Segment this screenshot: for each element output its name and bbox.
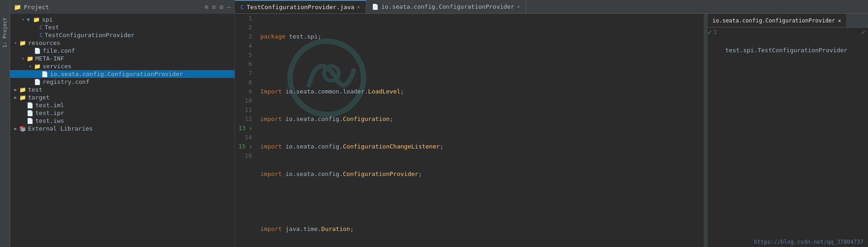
line-num-6: 6 <box>235 60 252 69</box>
folder-icon-metainf: 📁 <box>27 55 34 62</box>
java-icon-testconfigprov: C <box>39 32 43 38</box>
arrow-targetfolder: ▶ <box>12 95 19 100</box>
code-content[interactable]: 1 2 3 4 5 6 7 8 9 10 11 12 13 ⬆ 14 15 ⬆ … <box>235 14 704 247</box>
tree-item-configprovider[interactable]: 📄 io.seata.config.ConfigurationProvider <box>10 70 235 78</box>
editor-scrollbar[interactable] <box>704 14 707 247</box>
collapse-button[interactable]: ≡ <box>212 3 216 11</box>
label-targetfolder: target <box>28 94 50 101</box>
right-tab-configprovider[interactable]: io.seata.config.ConfigurationProvider ✕ <box>708 14 846 27</box>
tab-icon-file: 📄 <box>372 4 379 10</box>
tree-item-targetfolder[interactable]: ▶ 📁 target <box>10 93 235 101</box>
line-num-11: 11 <box>235 105 252 115</box>
line-num-8: 8 <box>235 78 252 87</box>
tree-item-registryconf[interactable]: 📄 registry.conf <box>10 78 235 86</box>
code-line-5: import io.seata.config.ConfigurationChan… <box>260 142 704 151</box>
tree-item-testipr[interactable]: 📄 test.ipr <box>10 109 235 117</box>
right-panel: io.seata.config.ConfigurationProvider ✕ … <box>707 14 868 247</box>
file-icon-fileconf: 📄 <box>34 48 41 54</box>
line-num-13: 13 ⬆ <box>235 124 252 133</box>
label-test: Test <box>45 24 59 31</box>
line-num-5: 5 <box>235 50 252 60</box>
editor-tab-bar: C TestConfigurationProvider.java ✕ 📄 io.… <box>235 0 868 14</box>
line-num-3: 3 <box>235 32 252 41</box>
tab-configprovider-interface[interactable]: 📄 io.seata.config.ConfigurationProvider … <box>366 0 526 13</box>
tree-item-fileconf[interactable]: 📄 file.conf <box>10 47 235 55</box>
label-services: services <box>43 63 72 70</box>
label-testiml: test.iml <box>35 102 64 109</box>
tree-item-test[interactable]: C Test <box>10 23 235 31</box>
sidebar-actions: ⊕ ≡ ⚙ – <box>204 3 231 11</box>
label-testfolder: test <box>28 86 42 93</box>
code-line-8: import java.time.Duration; <box>260 225 704 234</box>
tab-icon-java: C <box>241 4 244 11</box>
code-editor-main[interactable]: 1 2 3 4 5 6 7 8 9 10 11 12 13 ⬆ 14 15 ⬆ … <box>235 14 704 247</box>
tab-label-testconfig: TestConfigurationProvider.java <box>246 4 354 11</box>
arrow-services: ▾ <box>27 64 34 69</box>
minimize-button[interactable]: – <box>227 3 231 11</box>
label-testconfigprov: TestConfigurationProvider <box>45 32 134 38</box>
locate-button[interactable]: ⊕ <box>204 3 208 11</box>
watermark: https://blog.csdn.net/qq_37804737 <box>754 239 863 245</box>
folder-icon-targetfolder: 📁 <box>19 94 26 101</box>
line-num-1: 1 <box>235 14 252 23</box>
line-num-2: 2 <box>235 23 252 32</box>
line-num-4: 4 <box>235 41 252 50</box>
code-line-6: import io.seata.config.ConfigurationProv… <box>260 170 704 179</box>
tab-close-testconfig[interactable]: ✕ <box>357 4 360 10</box>
right-panel-content: ✓ 1 test.spi.TestConfigurationProvider ✓ <box>708 27 868 247</box>
line-num-10: 10 <box>235 96 252 105</box>
code-line-1: package test.spi; <box>260 32 704 41</box>
tree-item-extlibs[interactable]: ▶ 📚 External Libraries <box>10 125 235 132</box>
code-lines[interactable]: package test.spi; Import io.seata.common… <box>256 14 704 247</box>
vertical-tab-strip: 1: Project <box>0 0 10 247</box>
tree-item-metainf[interactable]: ▾ 📁 META-INF <box>10 55 235 62</box>
tree-item-testfolder[interactable]: ▶ 📁 test <box>10 86 235 93</box>
checkmark-icon: ✓ <box>708 27 711 37</box>
label-testipr: test.ipr <box>35 110 64 116</box>
tab-testconfig-java[interactable]: C TestConfigurationProvider.java ✕ <box>235 0 366 13</box>
code-line-4: import io.seata.config.Configuration; <box>260 115 704 124</box>
tab-label-configprovider: io.seata.config.ConfigurationProvider <box>381 3 515 10</box>
code-line-2 <box>260 60 704 69</box>
label-registryconf: registry.conf <box>43 78 90 85</box>
right-code-line-1: test.spi.TestConfigurationProvider <box>725 46 859 55</box>
line-num-12: 12 <box>235 115 252 124</box>
label-extlibs: External Libraries <box>28 125 93 132</box>
label-spi: spi <box>42 16 52 23</box>
right-line-num-1: 1 <box>713 27 717 37</box>
arrow-extlibs: ▶ <box>12 126 19 131</box>
line-num-9: 9 <box>235 87 252 96</box>
right-tab-label: io.seata.config.ConfigurationProvider <box>712 17 835 24</box>
file-icon-testipr: 📄 <box>27 110 34 116</box>
arrow-metainf: ▾ <box>19 56 27 61</box>
sidebar-header: 📁 Project ⊕ ≡ ⚙ – <box>10 0 235 14</box>
label-testiws: test.iws <box>35 117 64 124</box>
right-tab-close[interactable]: ✕ <box>838 17 841 24</box>
file-icon-configprovider: 📄 <box>41 71 48 77</box>
tab-close-configprovider[interactable]: ✕ <box>517 4 520 10</box>
line-num-15: 15 ⬆ <box>235 142 252 151</box>
sidebar-title: Project <box>24 4 202 11</box>
tree-item-services[interactable]: ▾ 📁 services <box>10 62 235 70</box>
label-fileconf: file.conf <box>43 47 75 54</box>
arrow-resources: ▾ <box>12 40 19 45</box>
tree-item-testiws[interactable]: 📄 test.iws <box>10 117 235 125</box>
project-sidebar: 📁 Project ⊕ ≡ ⚙ – ▾ ▼ 📁 spi C Test C Tes… <box>10 0 235 247</box>
folder-icon-testfolder: 📁 <box>19 87 26 93</box>
tree-item-resources[interactable]: ▾ 📁 resources <box>10 39 235 47</box>
settings-button[interactable]: ⚙ <box>219 3 223 11</box>
file-icon-testiml: 📄 <box>27 102 34 109</box>
sidebar-content: ▾ ▼ 📁 spi C Test C TestConfigurationProv… <box>10 14 235 247</box>
java-icon-test: C <box>39 24 43 31</box>
code-line-7 <box>260 197 704 206</box>
right-code-content[interactable]: test.spi.TestConfigurationProvider <box>722 27 859 247</box>
folder-icon-resources: 📁 <box>19 40 26 46</box>
tree-item-testconfigprov[interactable]: C TestConfigurationProvider <box>10 31 235 39</box>
file-icon-registryconf: 📄 <box>34 79 41 85</box>
right-tab-bar: io.seata.config.ConfigurationProvider ✕ <box>708 14 868 27</box>
project-tab[interactable]: 1: Project <box>1 14 9 51</box>
line-num-14: 14 <box>235 133 252 142</box>
tree-item-spi[interactable]: ▾ ▼ 📁 spi <box>10 16 235 23</box>
file-icon-testiws: 📄 <box>27 118 34 124</box>
tree-item-testiml[interactable]: 📄 test.iml <box>10 101 235 109</box>
